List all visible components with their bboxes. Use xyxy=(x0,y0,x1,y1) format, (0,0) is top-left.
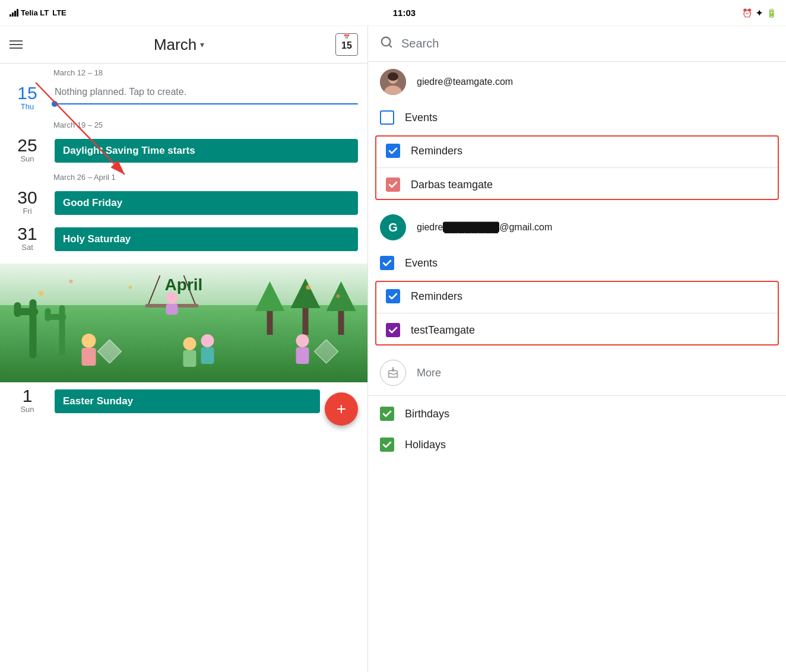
event-easter-sunday[interactable]: Easter Sunday xyxy=(55,389,320,413)
search-label[interactable]: Search xyxy=(401,37,439,50)
events-checkbox-2[interactable] xyxy=(380,256,394,270)
day-row-30: 30 Fri Good Friday xyxy=(0,184,367,220)
day-events-15: Nothing planned. Tap to create. xyxy=(55,84,358,104)
testteamgate-checkbox[interactable] xyxy=(386,323,400,337)
event-holy-saturday[interactable]: Holy Saturday xyxy=(55,227,358,251)
day-label-15: Thu xyxy=(9,102,45,111)
week-header-2: March 19 – 25 xyxy=(0,116,367,132)
calendar-header: March ▾ 📅 15 xyxy=(0,26,367,64)
testteamgate-label: testTeamgate xyxy=(411,324,475,337)
account-1-item[interactable]: giedre@teamgate.com xyxy=(368,62,786,102)
time-display: 11:03 xyxy=(393,8,416,18)
network-label: LTE xyxy=(52,8,66,17)
more-label: More xyxy=(417,367,441,379)
day-events-31: Holy Saturday xyxy=(55,225,358,251)
svg-rect-9 xyxy=(267,311,273,335)
birthdays-item[interactable]: Birthdays xyxy=(368,398,786,429)
reminders-checkbox-2[interactable] xyxy=(386,289,400,303)
birthdays-checkbox[interactable] xyxy=(380,407,394,421)
day-number-25: 25 xyxy=(9,137,45,154)
svg-rect-8 xyxy=(45,308,51,321)
chevron-down-icon: ▾ xyxy=(200,40,204,49)
event-good-friday[interactable]: Good Friday xyxy=(55,191,358,215)
svg-rect-25 xyxy=(183,350,196,367)
carrier-label: Telia LT xyxy=(21,8,49,17)
svg-rect-13 xyxy=(338,311,344,335)
account-2-testteamgate[interactable]: testTeamgate xyxy=(376,316,778,344)
darbas-label: Darbas teamgate xyxy=(411,179,493,191)
svg-rect-7 xyxy=(49,314,66,320)
more-item[interactable]: More xyxy=(368,353,786,393)
account-1-reminders[interactable]: Reminders xyxy=(376,137,778,165)
day-events-25: Daylight Saving Time starts xyxy=(55,137,358,163)
divider-1 xyxy=(376,167,778,168)
current-time-line xyxy=(55,103,358,104)
add-event-fab[interactable]: + xyxy=(325,392,358,426)
events-checkbox-1[interactable] xyxy=(380,110,394,125)
svg-point-24 xyxy=(183,337,196,350)
calendar-today-button[interactable]: 📅 15 xyxy=(335,33,358,56)
day-row-31: 31 Sat Holy Saturday xyxy=(0,220,367,256)
account-2-item[interactable]: G giedre████████@gmail.com xyxy=(368,207,786,248)
holidays-label: Holidays xyxy=(405,439,446,451)
svg-rect-11 xyxy=(303,308,309,335)
svg-marker-28 xyxy=(98,340,122,363)
week-header-1: March 12 – 18 xyxy=(0,64,367,80)
status-right: ⏰ ✦ 🔋 xyxy=(742,8,777,18)
birthdays-label: Birthdays xyxy=(405,408,449,420)
svg-line-36 xyxy=(389,45,391,47)
svg-point-32 xyxy=(306,285,311,290)
day-number-block-1: 1 Sun xyxy=(9,387,45,414)
event-daylight-saving[interactable]: Daylight Saving Time starts xyxy=(55,139,358,163)
hamburger-menu[interactable] xyxy=(9,40,23,49)
svg-rect-23 xyxy=(296,347,309,364)
svg-marker-14 xyxy=(327,281,356,311)
calendar-body: March 12 – 18 15 Thu Nothing planned. Ta… xyxy=(0,64,367,672)
day-label-31: Sat xyxy=(9,243,45,252)
alarm-icon: ⏰ xyxy=(742,8,752,18)
svg-rect-27 xyxy=(201,347,214,364)
svg-point-30 xyxy=(39,291,44,296)
account-2-red-group: Reminders testTeamgate xyxy=(375,281,779,345)
status-bar: Telia LT LTE 11:03 ⏰ ✦ 🔋 xyxy=(0,0,786,26)
svg-point-42 xyxy=(392,369,394,371)
holidays-checkbox[interactable] xyxy=(380,438,394,452)
divider-3 xyxy=(368,395,786,396)
no-events-text[interactable]: Nothing planned. Tap to create. xyxy=(55,87,358,97)
day-label-30: Fri xyxy=(9,207,45,215)
month-label: March xyxy=(154,36,196,54)
account-1-avatar xyxy=(380,69,406,95)
divider-2 xyxy=(376,313,778,313)
reminders-label-2: Reminders xyxy=(411,290,462,303)
day-number-1: 1 xyxy=(9,387,45,405)
day-label-25: Sun xyxy=(9,154,45,163)
account-2-avatar: G xyxy=(380,214,406,240)
april-label: April xyxy=(165,275,203,294)
darbas-checkbox[interactable] xyxy=(386,177,400,192)
day-row-15: 15 Thu Nothing planned. Tap to create. xyxy=(0,80,367,116)
svg-marker-29 xyxy=(315,340,338,363)
calendar-title[interactable]: March ▾ xyxy=(154,36,204,54)
left-panel: March ▾ 📅 15 March 12 – 18 15 Thu Nothin… xyxy=(0,26,368,672)
events-label-2: Events xyxy=(405,257,438,270)
day-label-1: Sun xyxy=(9,405,45,414)
week-header-3: March 26 – April 1 xyxy=(0,168,367,184)
april-illustration: April xyxy=(0,264,367,382)
svg-point-22 xyxy=(296,334,309,347)
account-1-darbas[interactable]: Darbas teamgate xyxy=(376,170,778,199)
search-bar[interactable]: Search xyxy=(368,26,786,62)
account-2-events[interactable]: Events xyxy=(368,248,786,278)
account-2-reminders[interactable]: Reminders xyxy=(376,282,778,310)
battery-icon: 🔋 xyxy=(766,8,777,18)
holidays-item[interactable]: Holidays xyxy=(368,429,786,460)
day-number-block-25: 25 Sun xyxy=(9,137,45,163)
reminders-checkbox-1[interactable] xyxy=(386,144,400,158)
svg-rect-21 xyxy=(82,348,96,366)
day-number-31: 31 xyxy=(9,225,45,243)
events-label-1: Events xyxy=(405,112,438,124)
search-icon xyxy=(380,36,393,52)
main-layout: March ▾ 📅 15 March 12 – 18 15 Thu Nothin… xyxy=(0,26,786,672)
svg-rect-5 xyxy=(14,302,21,317)
svg-marker-12 xyxy=(291,278,321,308)
account-1-events[interactable]: Events xyxy=(368,102,786,133)
